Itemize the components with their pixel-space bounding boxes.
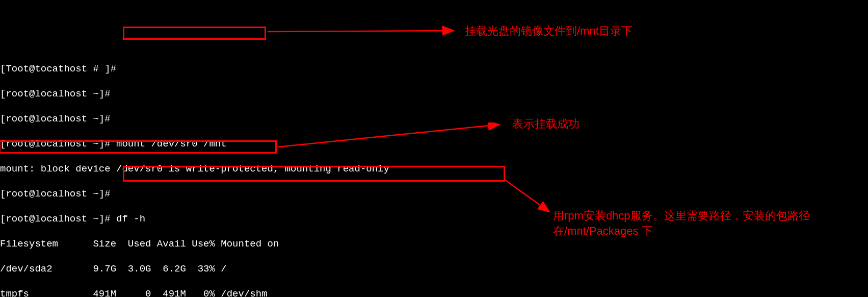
- terminal-line: mount: block device /dev/sr0 is write-pr…: [0, 163, 868, 176]
- annotation-rpm-install: 用rpm安装dhcp服务。这里需要路径，安装的包路径在/mnt/Packages…: [553, 208, 864, 239]
- svg-line-1: [268, 31, 454, 32]
- terminal-line: [root@localhost ~]#: [0, 188, 868, 201]
- terminal-line: /dev/sda2 9.7G 3.0G 6.2G 33% /: [0, 263, 868, 276]
- terminal-line: [root@localhost ~]# mount /dev/sr0 /mnt: [0, 138, 868, 151]
- terminal-line: Filesystem Size Used Avail Use% Mounted …: [0, 238, 868, 251]
- terminal-line: tmpfs 491M 0 491M 0% /dev/shm: [0, 288, 868, 298]
- annotation-mount: 挂载光盘的镜像文件到/mnt目录下: [465, 23, 633, 39]
- terminal-line: [root@localhost ~]#: [0, 113, 868, 126]
- terminal-output: [Toot@tocathost # ]# [root@localhost ~]#…: [0, 50, 868, 297]
- highlight-mount-command: [123, 27, 266, 40]
- arrow-to-annotation-1: [268, 26, 461, 36]
- terminal-line: [Toot@tocathost # ]#: [0, 63, 868, 76]
- annotation-mount-success: 表示挂载成功: [512, 116, 580, 132]
- terminal-line: [root@localhost ~]#: [0, 88, 868, 101]
